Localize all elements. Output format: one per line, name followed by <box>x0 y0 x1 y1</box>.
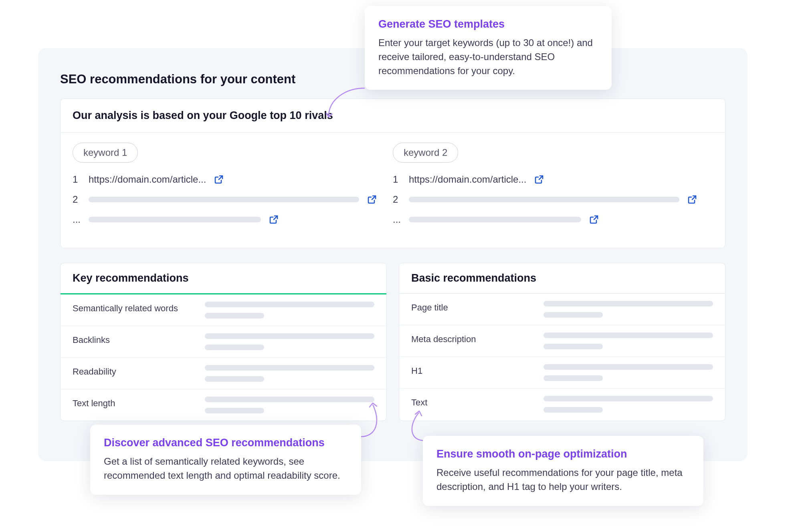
card-header: Key recommendations <box>61 263 386 294</box>
callout-advanced-recs: Discover advanced SEO recommendations Ge… <box>90 425 361 495</box>
rival-row: 2 <box>73 194 377 205</box>
rival-index: ... <box>73 214 81 225</box>
rec-row: Readability <box>61 358 386 389</box>
callout-onpage-optimization: Ensure smooth on-page optimization Recei… <box>423 436 703 506</box>
keyword-pill[interactable]: keyword 2 <box>393 143 458 163</box>
analysis-body: keyword 1 1 https://domain.com/article..… <box>61 133 725 248</box>
rival-url[interactable]: https://domain.com/article... <box>89 174 206 185</box>
rec-label: Semantically related words <box>73 302 189 314</box>
rival-row: 1 https://domain.com/article... <box>73 174 377 185</box>
callout-generate-templates: Generate SEO templates Enter your target… <box>365 6 612 90</box>
external-link-icon[interactable] <box>367 195 377 204</box>
callout-body: Receive useful recommendations for your … <box>436 466 690 494</box>
card-header: Basic recommendations <box>399 263 725 294</box>
keyword-column-1: keyword 1 1 https://domain.com/article..… <box>73 143 393 234</box>
placeholder-bars <box>205 333 374 350</box>
rec-label: H1 <box>411 364 527 376</box>
placeholder-bar <box>409 197 679 202</box>
recommendations-row: Key recommendations Semantically related… <box>60 263 725 421</box>
rival-index: 1 <box>73 174 81 185</box>
callout-title: Ensure smooth on-page optimization <box>436 448 690 460</box>
rec-row: Text length <box>61 389 386 421</box>
rec-row: Meta description <box>399 325 725 357</box>
rival-index: 1 <box>393 174 401 185</box>
rec-row: Semantically related words <box>61 294 386 326</box>
rec-label: Backlinks <box>73 333 189 345</box>
rec-row: Backlinks <box>61 326 386 358</box>
rival-row: 1 https://domain.com/article... <box>393 174 697 185</box>
arrow-icon <box>321 84 369 120</box>
placeholder-bars <box>205 397 374 413</box>
rec-label: Text length <box>73 397 189 409</box>
arrow-icon <box>357 401 389 441</box>
callout-title: Generate SEO templates <box>378 18 598 30</box>
rec-row: Page title <box>399 294 725 325</box>
key-recommendations-card: Key recommendations Semantically related… <box>60 263 387 421</box>
rival-index: 2 <box>73 194 81 205</box>
rec-label: Page title <box>411 301 527 313</box>
rival-index: 2 <box>393 194 401 205</box>
rec-label: Meta description <box>411 332 527 345</box>
placeholder-bars <box>543 332 713 349</box>
rec-label: Text <box>411 396 527 408</box>
external-link-icon[interactable] <box>687 195 697 204</box>
rival-index: ... <box>393 214 401 225</box>
analysis-card: Our analysis is based on your Google top… <box>60 99 725 248</box>
external-link-icon[interactable] <box>214 175 224 184</box>
rec-row: H1 <box>399 357 725 389</box>
rival-row: ... <box>73 214 377 225</box>
external-link-icon[interactable] <box>269 215 279 224</box>
placeholder-bars <box>543 301 713 318</box>
rival-row: 2 <box>393 194 697 205</box>
keyword-pill[interactable]: keyword 1 <box>73 143 138 163</box>
callout-body: Enter your target keywords (up to 30 at … <box>378 36 598 78</box>
rival-url[interactable]: https://domain.com/article... <box>409 174 526 185</box>
basic-recommendations-card: Basic recommendations Page title Meta de… <box>399 263 725 421</box>
rec-label: Readability <box>73 365 189 377</box>
rival-row: ... <box>393 214 697 225</box>
placeholder-bar <box>409 217 581 222</box>
seo-panel: SEO recommendations for your content Our… <box>38 48 748 461</box>
analysis-header: Our analysis is based on your Google top… <box>61 99 725 133</box>
rec-row: Text <box>399 389 725 420</box>
keyword-column-2: keyword 2 1 https://domain.com/article..… <box>393 143 713 234</box>
placeholder-bars <box>205 365 374 382</box>
placeholder-bars <box>543 364 713 381</box>
placeholder-bars <box>205 302 374 318</box>
placeholder-bars <box>543 396 713 413</box>
callout-title: Discover advanced SEO recommendations <box>104 437 348 449</box>
external-link-icon[interactable] <box>589 215 599 224</box>
placeholder-bar <box>89 197 359 202</box>
external-link-icon[interactable] <box>534 175 544 184</box>
callout-body: Get a list of semantically related keywo… <box>104 455 348 483</box>
placeholder-bar <box>89 217 261 222</box>
